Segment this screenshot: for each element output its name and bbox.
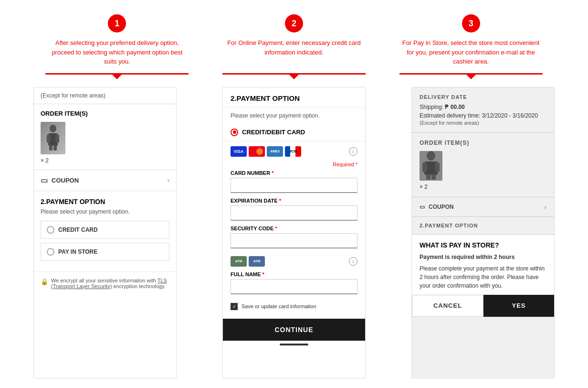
step-2-circle: 2: [285, 14, 303, 32]
save-card-checkbox[interactable]: ✓: [231, 303, 238, 310]
order-items-label: ORDER ITEM(S): [41, 110, 169, 117]
payment-option-section: 2.PAYMENT OPTION Please select your paym…: [34, 191, 176, 271]
right-coupon-label: COUPON: [429, 204, 454, 210]
security-code-label: SECURITY CODE *: [231, 226, 357, 231]
payment-option-title: 2.PAYMENT OPTION: [41, 198, 169, 205]
radio-dot: [233, 130, 236, 134]
right-order-section: ORDER ITEM(S) × 2: [412, 133, 554, 197]
step-1-circle: 1: [108, 14, 126, 32]
cancel-button[interactable]: CANCEL: [412, 295, 483, 317]
atm-card-1: ATM: [231, 256, 247, 267]
full-name-star: *: [262, 271, 264, 277]
product-figure-icon: [44, 125, 62, 151]
visa-logo: VISA: [231, 146, 247, 157]
jcb-logo: JCB: [285, 146, 301, 157]
security-code-star: *: [275, 226, 277, 231]
pay-in-store-radio: [47, 248, 54, 256]
step-2: 2 For Online Payment, enter necessary cr…: [222, 14, 366, 66]
step-2-text: For Online Payment, enter necessary cred…: [222, 38, 366, 57]
svg-rect-8: [422, 162, 427, 172]
right-coupon-row[interactable]: ▭ COUPON ›: [412, 197, 554, 217]
continue-button[interactable]: CONTINUE: [223, 319, 365, 341]
encrypt-text: We encrypt all your sensitive informatio…: [51, 278, 169, 289]
pay-in-store-option[interactable]: PAY IN STORE: [41, 243, 169, 261]
atm-logos-row: ATM ATM i: [223, 253, 365, 271]
pay-in-store-title: WHAT IS PAY IN STORE?: [412, 235, 554, 253]
right-coupon-icon: ▭: [420, 204, 425, 210]
shipping-price: ₱ 00.00: [445, 104, 464, 110]
required-text: Required *: [223, 162, 365, 170]
credit-debit-label: CREDIT/DEBIT CARD: [242, 129, 305, 136]
yes-button[interactable]: YES: [483, 295, 554, 317]
card-logos: VISA AMEX JCB: [231, 146, 301, 157]
item-qty: × 2: [41, 157, 169, 164]
divider-2: [222, 73, 366, 79]
middle-payment-title: 2.PAYMENT OPTION: [223, 87, 365, 108]
right-product-figure-icon: [420, 151, 442, 181]
chevron-right-icon: ›: [167, 176, 169, 184]
left-panel: (Except for remote areas) ORDER ITEM(S): [33, 87, 177, 379]
checkmark-icon: ✓: [232, 304, 236, 309]
main-container: 1 After selecting your preferred deliver…: [0, 0, 588, 388]
expiration-date-label: EXPIRATION DATE *: [231, 198, 357, 204]
right-order-label: ORDER ITEM(S): [420, 140, 546, 146]
middle-payment-subtitle: Please select your payment option.: [223, 108, 365, 124]
step-1: 1 After selecting your preferred deliver…: [45, 14, 189, 66]
expiration-date-input[interactable]: [231, 205, 357, 221]
credit-card-radio: [47, 226, 54, 234]
save-card-text: Save or update card information: [242, 303, 316, 309]
card-info-icon[interactable]: i: [349, 147, 357, 156]
action-buttons-row: CANCEL YES: [412, 295, 554, 317]
card-number-star: *: [272, 170, 273, 176]
order-item-image: [41, 122, 65, 154]
steps-row: 1 After selecting your preferred deliver…: [0, 0, 588, 66]
right-order-image: [420, 151, 442, 181]
right-chevron-right-icon: ›: [544, 203, 546, 211]
panels-row: (Except for remote areas) ORDER ITEM(S): [0, 79, 588, 388]
step-3-text: For Pay in Store, select the store most …: [399, 38, 543, 66]
order-item-img-inner: [41, 122, 65, 154]
amex-logo: AMEX: [267, 146, 283, 157]
coupon-label: COUPON: [52, 177, 79, 184]
full-name-input[interactable]: [231, 279, 357, 294]
save-card-row[interactable]: ✓ Save or update card information: [223, 299, 365, 315]
estimated-delivery: Estimated delivery time: 3/12/2020 - 3/1…: [420, 112, 546, 119]
step-3-circle: 3: [462, 14, 480, 32]
svg-rect-3: [55, 134, 59, 143]
coupon-row[interactable]: ▭ COUPON ›: [34, 170, 176, 191]
security-code-input[interactable]: [231, 233, 357, 248]
dividers-row: [0, 66, 588, 79]
divider-arrow-1: [112, 75, 122, 79]
shipping-row: Shipping: ₱ 00.00: [420, 104, 546, 110]
full-name-label: FULL NAME *: [231, 271, 357, 277]
right-except-text: (Except for remote areas): [420, 120, 546, 126]
step-3: 3 For Pay in Store, select the store mos…: [399, 14, 543, 66]
card-number-group: CARD NUMBER *: [223, 170, 365, 198]
right-payment-label: 2.PAYMENT OPTION: [420, 223, 546, 228]
divider-arrow-2: [289, 75, 299, 79]
card-logos-row: VISA AMEX JCB i: [223, 141, 365, 162]
credit-debit-option[interactable]: CREDIT/DEBIT CARD: [223, 124, 365, 141]
pay-in-store-desc: Payment is required within 2 hours Pleas…: [412, 253, 554, 295]
step-1-text: After selecting your preferred delivery …: [45, 38, 189, 66]
divider-arrow-3: [466, 75, 476, 79]
coupon-left: ▭ COUPON: [41, 176, 79, 185]
delivery-date-label: DELIVERY DATE: [420, 94, 546, 100]
mastercard-logo: [249, 146, 265, 157]
atm-info-icon[interactable]: i: [349, 257, 357, 266]
card-number-input[interactable]: [231, 178, 357, 193]
svg-point-6: [427, 151, 435, 161]
encrypt-note: 🔒 We encrypt all your sensitive informat…: [34, 271, 176, 295]
security-code-group: SECURITY CODE *: [223, 226, 365, 253]
svg-rect-9: [435, 162, 440, 172]
except-note: (Except for remote areas): [34, 87, 176, 104]
atm-logos: ATM ATM: [231, 256, 265, 267]
credit-card-option[interactable]: CREDIT CARD: [41, 221, 169, 239]
svg-rect-2: [47, 134, 51, 143]
full-name-group: FULL NAME *: [223, 271, 365, 299]
svg-rect-11: [431, 174, 436, 180]
divider-1: [45, 73, 189, 79]
middle-panel: 2.PAYMENT OPTION Please select your paym…: [222, 87, 366, 379]
right-payment-section: 2.PAYMENT OPTION: [412, 217, 554, 235]
pay-in-store-label: PAY IN STORE: [58, 248, 97, 255]
